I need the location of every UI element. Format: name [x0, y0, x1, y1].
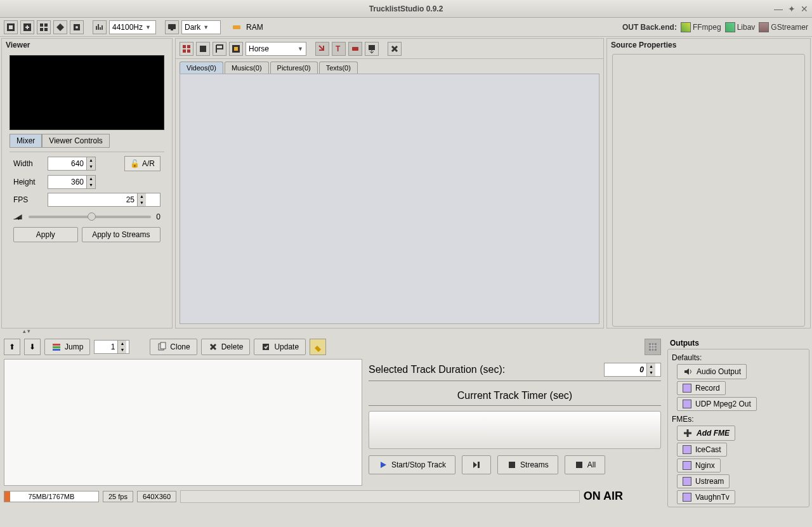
tool-btn-3[interactable]: [37, 20, 51, 34]
icecast-button[interactable]: IceCast: [677, 443, 727, 457]
vaughn-button[interactable]: VaughnTv: [677, 490, 735, 504]
tab-mixer[interactable]: Mixer: [10, 134, 42, 148]
close-icon[interactable]: ✕: [801, 4, 808, 14]
audio-output-button[interactable]: Audio Output: [677, 364, 747, 379]
jump-input[interactable]: ▲▼: [94, 340, 129, 354]
height-input[interactable]: ▲▼: [48, 175, 96, 189]
media-btn-1[interactable]: [180, 42, 193, 56]
tool-btn-4[interactable]: [53, 20, 67, 34]
backend-libav[interactable]: Libav: [725, 22, 756, 32]
media-panel: Horse▼ T Videos(0) Musics(0) Pictures(0)…: [175, 38, 604, 329]
media-list-area[interactable]: [180, 74, 599, 324]
outputs-panel: Outputs Defaults: Audio Output Record UD…: [665, 335, 812, 512]
fps-status: 25 fps: [103, 491, 133, 502]
svg-rect-15: [183, 49, 186, 53]
ram-icon: [230, 20, 244, 34]
svg-rect-31: [576, 462, 582, 468]
svg-rect-9: [168, 24, 176, 29]
media-btn-8[interactable]: [365, 42, 379, 56]
media-btn-4[interactable]: [229, 42, 243, 56]
move-up-button[interactable]: ⬆: [4, 339, 20, 355]
ustream-button[interactable]: Ustream: [677, 474, 730, 488]
timer-label: Current Track Timer (sec): [369, 386, 661, 406]
tab-viewer-controls[interactable]: Viewer Controls: [42, 134, 109, 148]
svg-point-8: [75, 26, 78, 29]
tab-videos[interactable]: Videos(0): [180, 62, 223, 74]
samplerate-icon: [93, 20, 107, 34]
add-fme-button[interactable]: Add FME: [677, 426, 735, 441]
svg-rect-29: [649, 343, 657, 351]
preset-combo[interactable]: Horse▼: [246, 42, 306, 56]
tab-pictures[interactable]: Pictures(0): [270, 62, 318, 74]
props-body: [612, 54, 805, 327]
svg-rect-27: [160, 342, 166, 349]
media-btn-6[interactable]: T: [332, 42, 346, 56]
delete-button[interactable]: Delete: [201, 339, 251, 355]
move-down-button[interactable]: ⬇: [24, 339, 41, 355]
media-close-button[interactable]: [388, 42, 402, 56]
fps-input[interactable]: ▲▼: [48, 193, 160, 207]
samplerate-combo[interactable]: 44100Hz▼: [109, 20, 156, 34]
fps-label: FPS: [13, 195, 43, 204]
svg-text:- +: - +: [13, 215, 21, 222]
svg-rect-14: [187, 45, 190, 48]
svg-rect-23: [53, 344, 60, 346]
backend-gstreamer[interactable]: GStreamer: [759, 22, 808, 32]
media-btn-3[interactable]: [213, 42, 226, 56]
ram-label: RAM: [246, 23, 263, 32]
media-btn-5[interactable]: [315, 42, 329, 56]
tab-texts[interactable]: Texts(0): [319, 62, 358, 74]
backend-label: OUT Back.end:: [622, 23, 677, 32]
duration-label: Selected Track Duration (sec):: [369, 364, 505, 375]
nginx-button[interactable]: Nginx: [677, 459, 721, 472]
volume-slider[interactable]: [29, 216, 151, 218]
svg-rect-22: [369, 45, 375, 50]
theme-value: Dark: [185, 23, 200, 32]
all-button[interactable]: All: [565, 455, 605, 474]
svg-rect-1: [9, 25, 13, 29]
clone-button[interactable]: Clone: [150, 339, 197, 355]
maximize-icon[interactable]: ✦: [788, 4, 796, 14]
theme-combo[interactable]: Dark▼: [181, 20, 221, 34]
main-toolbar: 44100Hz▼ Dark▼ RAM OUT Back.end: FFmpeg …: [0, 18, 812, 37]
update-button[interactable]: Update: [254, 339, 306, 355]
dropdown-icon: ▼: [203, 24, 209, 30]
svg-rect-19: [234, 47, 238, 51]
grid-button[interactable]: [645, 339, 661, 355]
horizontal-splitter[interactable]: [0, 330, 812, 335]
tool-btn-1[interactable]: [4, 20, 18, 34]
udp-button[interactable]: UDP Mpeg2 Out: [677, 397, 757, 411]
viewer-title: Viewer: [2, 39, 172, 51]
svg-text:T: T: [336, 44, 341, 53]
svg-rect-11: [233, 25, 240, 29]
record-button[interactable]: Record: [677, 381, 726, 395]
minimize-icon[interactable]: —: [774, 4, 783, 14]
memory-progress: 75MB/1767MB: [4, 491, 99, 502]
svg-rect-10: [171, 29, 173, 30]
media-btn-7[interactable]: [348, 42, 362, 56]
theme-icon: [165, 20, 179, 34]
width-input[interactable]: ▲▼: [48, 157, 96, 171]
height-label: Height: [13, 178, 43, 186]
tab-musics[interactable]: Musics(0): [225, 62, 269, 74]
duration-input[interactable]: ▲▼: [604, 363, 661, 377]
svg-rect-13: [183, 45, 186, 48]
media-btn-2[interactable]: [196, 42, 210, 56]
tool-btn-2[interactable]: [20, 20, 34, 34]
onair-label: ON AIR: [584, 490, 623, 503]
svg-rect-5: [40, 28, 43, 31]
tool-btn-5[interactable]: [70, 20, 84, 34]
apply-button[interactable]: Apply: [13, 227, 78, 242]
streams-button[interactable]: Streams: [497, 455, 558, 474]
clear-button[interactable]: [310, 339, 326, 355]
width-label: Width: [13, 159, 43, 168]
backend-ffmpeg[interactable]: FFmpeg: [681, 22, 721, 32]
svg-rect-24: [53, 346, 60, 348]
resolution-status: 640X360: [137, 491, 176, 502]
start-stop-button[interactable]: Start/Stop Track: [369, 455, 455, 474]
next-button[interactable]: [462, 455, 491, 474]
jump-button[interactable]: Jump: [44, 339, 90, 355]
track-list[interactable]: [4, 359, 362, 486]
aspect-ratio-button[interactable]: 🔓A/R: [124, 156, 160, 171]
apply-streams-button[interactable]: Apply to Streams: [82, 227, 160, 242]
